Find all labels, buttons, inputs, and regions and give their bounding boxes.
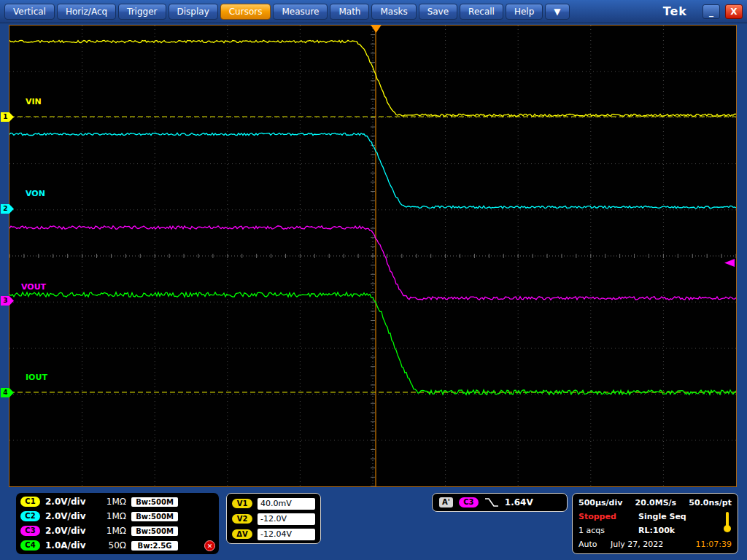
cursor-value-v: -12.04V — [258, 529, 315, 540]
channel-panel-close-button[interactable]: ✕ — [204, 540, 215, 551]
trigger-source-badge[interactable]: A' — [439, 497, 453, 508]
waveform-von — [9, 133, 736, 208]
channel-scale: 1.0A/div — [45, 540, 90, 551]
menu-item-horiz-acq[interactable]: Horiz/Acq — [57, 4, 116, 20]
channel-impedance: 1MΩ — [96, 497, 126, 507]
channel-row-c2: C22.0V/div1MΩBw:500M — [16, 509, 219, 524]
trace-label-vin: VIN — [26, 97, 42, 106]
menu-bar: VerticalHoriz/AcqTriggerDisplayCursorsMe… — [0, 0, 747, 23]
status-bar: C12.0V/div1MΩBw:500MC22.0V/div1MΩBw:500M… — [0, 490, 747, 560]
tek-logo: Tek — [663, 4, 687, 18]
menu-item-trigger[interactable]: Trigger — [118, 4, 166, 20]
menu-item-more[interactable]: ▼ — [545, 4, 569, 20]
channel-badge-c2[interactable]: C2 — [20, 511, 40, 521]
cursor-badge-v2: V2 — [232, 514, 252, 524]
trigger-level-value: 1.64V — [505, 497, 533, 508]
cursor-row-v1: V140.0mV — [227, 496, 320, 511]
graticule-svg — [9, 26, 736, 486]
trigger-readout-panel: A' C3 1.64V — [432, 493, 568, 512]
channel-rows: C12.0V/div1MΩBw:500MC22.0V/div1MΩBw:500M… — [16, 494, 219, 553]
channel-impedance: 1MΩ — [96, 511, 126, 521]
oscilloscope-screen: VerticalHoriz/AcqTriggerDisplayCursorsMe… — [0, 0, 747, 560]
resolution-value: 50.0ns/pt — [689, 498, 732, 508]
channel-badge-c4[interactable]: C4 — [20, 540, 40, 551]
acquisition-count: 1 acqs — [578, 526, 638, 535]
menu-item-vertical[interactable]: Vertical — [4, 4, 55, 20]
graticule: VIN1VON2VOUT3IOUT4 — [9, 25, 737, 487]
trigger-channel-badge[interactable]: C3 — [459, 497, 479, 508]
close-button[interactable]: X — [725, 4, 743, 19]
channel-badge-c1[interactable]: C1 — [20, 497, 40, 507]
channel-impedance: 50Ω — [96, 540, 126, 551]
channel-scale: 2.0V/div — [45, 497, 90, 507]
date-value: July 27, 2022 — [611, 540, 663, 549]
sample-rate-value: 20.0MS/s — [635, 498, 677, 508]
trace-label-iout: IOUT — [26, 373, 47, 382]
menu-item-help[interactable]: Help — [506, 4, 543, 20]
cursor-value-v2: -12.0V — [258, 513, 315, 525]
channel-bandwidth: Bw:500M — [131, 512, 178, 521]
channel-scale: 2.0V/div — [45, 511, 90, 521]
cursor-badge-v: ΔV — [232, 529, 252, 539]
channel-row-c3: C32.0V/div1MΩBw:500M — [16, 524, 219, 538]
time-value: 11:07:39 — [696, 540, 732, 549]
trace-label-vout: VOUT — [21, 282, 46, 292]
cursor-rows: V140.0mVV2-12.0VΔV-12.04V — [227, 496, 320, 542]
menu-item-measure[interactable]: Measure — [273, 4, 328, 20]
acquisition-mode: Single Seq — [638, 512, 686, 521]
timebase-value: 500µs/div — [578, 498, 622, 508]
channel-row-c4: C41.0A/div50ΩBw:2.5G — [16, 538, 219, 553]
trace-label-von: VON — [26, 189, 45, 198]
cursor-readout-panel: V140.0mVV2-12.0VΔV-12.04V — [226, 493, 321, 544]
minimize-button[interactable]: _ — [703, 4, 720, 19]
menu-item-math[interactable]: Math — [330, 4, 369, 20]
menu-item-cursors[interactable]: Cursors — [220, 4, 271, 20]
menu-item-masks[interactable]: Masks — [371, 4, 416, 20]
cursor-value-v1: 40.0mV — [258, 498, 315, 510]
acquisition-state: Stopped — [578, 512, 638, 521]
record-length: RL:100k — [638, 526, 675, 535]
falling-edge-icon — [484, 497, 499, 508]
channel-bandwidth: Bw:2.5G — [131, 541, 178, 551]
menu-item-recall[interactable]: Recall — [460, 4, 503, 20]
cursor-badge-v1: V1 — [232, 499, 252, 508]
channel-impedance: 1MΩ — [96, 526, 126, 536]
channel-badge-c3[interactable]: C3 — [20, 526, 40, 536]
thermometer-icon — [724, 512, 731, 534]
channel-scale: 2.0V/div — [45, 526, 90, 536]
trigger-mode: Auto — [578, 540, 611, 549]
channel-settings-panel: C12.0V/div1MΩBw:500MC22.0V/div1MΩBw:500M… — [16, 493, 219, 554]
channel-bandwidth: Bw:500M — [131, 526, 178, 536]
cursor-row-v2: V2-12.0V — [227, 511, 320, 526]
channel-row-c1: C12.0V/div1MΩBw:500M — [16, 494, 219, 509]
channel-bandwidth: Bw:500M — [131, 497, 178, 507]
timing-panel: 500µs/div 20.0MS/s 50.0ns/pt Stopped Sin… — [572, 493, 738, 554]
menu-item-save[interactable]: Save — [419, 4, 457, 20]
cursor-row-v: ΔV-12.04V — [227, 526, 320, 542]
menubar-items: VerticalHoriz/AcqTriggerDisplayCursorsMe… — [4, 4, 570, 20]
menu-item-display[interactable]: Display — [169, 4, 218, 20]
